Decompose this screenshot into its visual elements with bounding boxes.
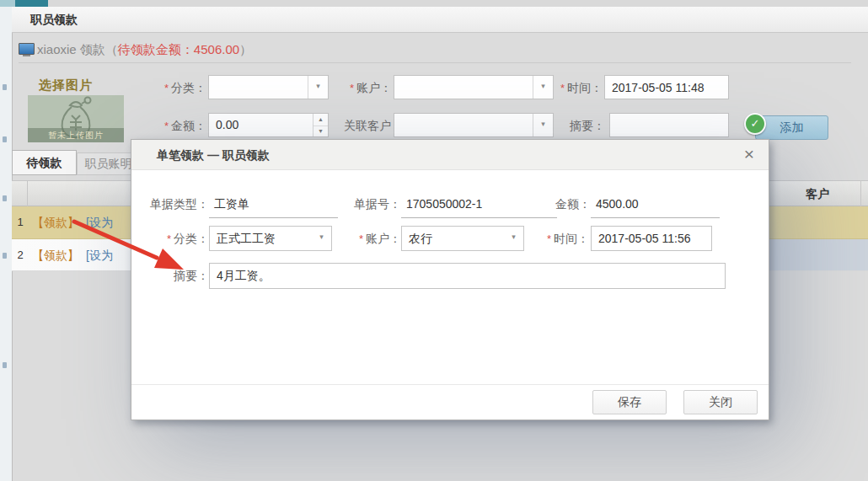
save-button[interactable]: 保存: [592, 390, 667, 414]
chevron-down-icon: ▾: [533, 114, 553, 136]
column-divider: [27, 180, 28, 206]
app-screen: 职员领款 xiaoxie 领款（待领款金额：4506.00） 选择图片 暂未上传…: [0, 0, 868, 481]
row-number: 1: [13, 216, 27, 228]
tab-pending-payments[interactable]: 待领款: [12, 150, 77, 175]
category-dropdown[interactable]: 正式工工资 ▾: [209, 226, 332, 251]
doc-type-label: 单据类型：: [140, 197, 209, 212]
footer-divider: [131, 384, 769, 385]
single-payment-dialog: 单笔领款 — 职员领款 × 单据类型： 工资单 单据号： 1705050002-…: [131, 139, 769, 420]
amount-label: *金额：: [147, 119, 206, 134]
close-button[interactable]: 关闭: [683, 390, 758, 414]
related-customer-dropdown[interactable]: ▾: [394, 113, 554, 137]
row-number: 2: [13, 249, 27, 261]
chevron-down-icon: ▾: [308, 76, 328, 99]
doc-type-value: 工资单: [214, 197, 249, 212]
amount-stepper[interactable]: 0.00 ▲ ▼: [208, 113, 329, 137]
customer-column-header: 客户: [784, 187, 851, 202]
time-label: *时间：: [546, 81, 603, 96]
time-input[interactable]: [591, 226, 712, 251]
set-as-link[interactable]: [设为: [86, 249, 113, 264]
summary-input[interactable]: [209, 263, 726, 289]
category-label: *分类：: [140, 232, 209, 247]
chevron-down-icon: ▾: [504, 227, 523, 250]
check-circle-icon: ✓: [744, 113, 766, 135]
field-underline: [401, 217, 557, 218]
no-image-text: 暂未上传图片: [28, 128, 124, 142]
summary-divider: [19, 62, 851, 63]
amount-value: 0.00: [216, 114, 238, 136]
doc-no-value: 1705050002-1: [406, 197, 482, 211]
time-label: *时间：: [522, 232, 589, 247]
account-label: *账户：: [332, 232, 401, 247]
panel-titlebar: [12, 7, 868, 33]
choose-image-button[interactable]: 选择图片: [39, 77, 93, 94]
pending-amount-summary: xiaoxie 领款（待领款金额：4506.00）: [37, 42, 252, 58]
summary-label: 摘要：: [140, 269, 209, 284]
time-input[interactable]: [604, 75, 729, 99]
panel-title: 职员领款: [30, 13, 78, 28]
stepper-buttons: ▲ ▼: [313, 114, 328, 136]
category-label: *分类：: [147, 81, 206, 96]
add-button[interactable]: 添加: [755, 115, 828, 140]
summary-label: 摘要：: [555, 119, 605, 134]
summary-input[interactable]: [609, 113, 729, 137]
chevron-down-icon: ▾: [312, 227, 331, 250]
computer-icon: [19, 43, 35, 55]
amount-value: 4500.00: [596, 197, 639, 211]
background-tab-fragment: [0, 0, 15, 7]
dialog-title: 单笔领款 — 职员领款: [157, 148, 270, 163]
account-dropdown[interactable]: 农行 ▾: [401, 226, 524, 251]
summary-pending-amount: 待领款金额：4506.00: [118, 42, 239, 56]
set-as-link[interactable]: [设为: [86, 216, 113, 231]
summary-prefix: xiaoxie 领款（: [37, 42, 118, 56]
account-label: *账户：: [331, 81, 392, 96]
receive-payment-link[interactable]: 【领款】: [32, 249, 79, 264]
background-tab-fragment-teal: [15, 0, 48, 7]
account-value: 农行: [409, 227, 432, 250]
related-customer-label: 关联客户: [334, 119, 391, 134]
background-window-edge: [0, 0, 13, 481]
account-dropdown[interactable]: ▾: [394, 75, 554, 99]
close-icon[interactable]: ×: [740, 144, 758, 164]
receive-payment-link[interactable]: 【领款】: [32, 216, 79, 231]
category-dropdown[interactable]: ▾: [208, 75, 329, 99]
category-value: 正式工工资: [217, 227, 276, 250]
summary-suffix: ）: [239, 42, 252, 56]
spin-up-icon[interactable]: ▲: [313, 114, 328, 126]
field-underline: [591, 217, 720, 218]
image-upload-placeholder[interactable]: 暂未上传图片: [28, 95, 124, 142]
computer-icon-base: [23, 55, 30, 56]
amount-label: 金额：: [523, 197, 591, 212]
doc-no-label: 单据号：: [332, 197, 401, 212]
field-underline: [209, 217, 338, 218]
spin-down-icon[interactable]: ▼: [313, 126, 328, 137]
